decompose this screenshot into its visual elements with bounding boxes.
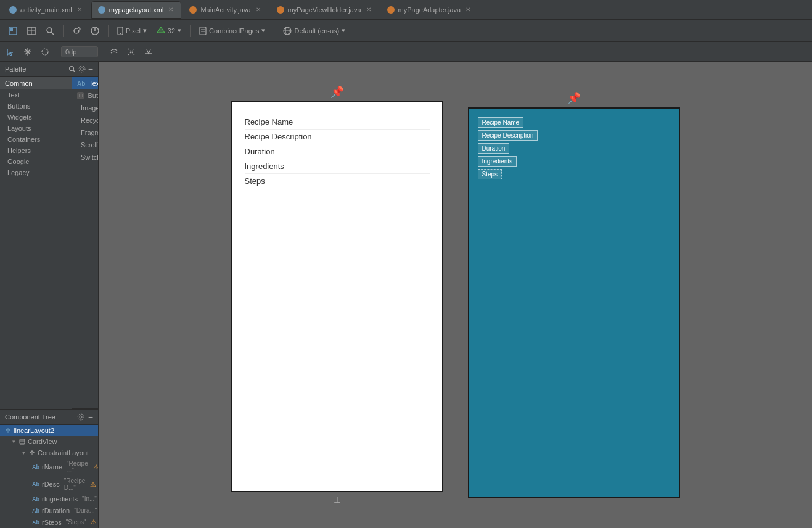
error-icon: [91, 27, 99, 35]
left-phone-screen: Recipe Name Recipe Description Duration …: [232, 102, 442, 491]
tree-item-ringredients[interactable]: Ab rIngredients "In..." ⚠: [0, 493, 98, 505]
palette-collapse-btn[interactable]: −: [88, 64, 93, 74]
tab-label-mypageadapter: myPageAdapter.java: [398, 6, 461, 14]
tree-item-rdesc[interactable]: Ab rDesc "Recipe D..." ⚠: [0, 476, 98, 493]
component-recyclerview[interactable]: RecyclerView: [72, 114, 98, 126]
blueprint-mode-btn[interactable]: [23, 25, 39, 37]
tab-mypageadapter[interactable]: myPageAdapter.java ✕: [380, 1, 479, 19]
tree-settings-btn[interactable]: [77, 412, 84, 422]
right-recipe-duration: Duration: [478, 143, 670, 156]
palette-cat-legacy[interactable]: Legacy: [0, 167, 72, 178]
tree-item-cardview[interactable]: ▾ CardView: [0, 436, 98, 447]
component-imageview[interactable]: ImageView: [72, 102, 98, 114]
palette-cat-google[interactable]: Google: [0, 156, 72, 167]
margin-input[interactable]: [61, 46, 98, 57]
tree-item-constraintlayout[interactable]: ▾ ConstraintLayout: [0, 447, 98, 458]
palette-minus-icon: −: [88, 64, 93, 74]
svg-point-19: [42, 49, 48, 55]
component-button[interactable]: □ Button: [72, 89, 98, 102]
right-recipe-name: Recipe Name: [478, 117, 670, 130]
tab-close-mypageadapter[interactable]: ✕: [464, 6, 472, 14]
select-icon: [6, 47, 15, 56]
baseline-btn[interactable]: [141, 46, 157, 58]
rdesc-ab-icon: Ab: [32, 481, 39, 487]
palette-cat-buttons[interactable]: Buttons: [0, 101, 72, 112]
baseline-icon: [144, 47, 153, 56]
svg-rect-1: [10, 28, 13, 31]
left-pin-icon: 📌: [330, 85, 344, 99]
rname-ab-icon: Ab: [32, 464, 39, 470]
palette-search-btn[interactable]: [68, 64, 76, 74]
pan-btn[interactable]: [20, 46, 36, 58]
left-recipe-card: Recipe Name Recipe Description Duration …: [239, 109, 436, 194]
linearlayout-label: linearLayout2: [14, 427, 54, 434]
tab-close-mypageviewholder[interactable]: ✕: [365, 6, 372, 14]
design-mode-btn[interactable]: [5, 25, 21, 37]
linearlayout-icon: [5, 427, 11, 434]
sep4: [274, 25, 274, 37]
tree-item-rsteps[interactable]: Ab rSteps "Steps" ⚠: [0, 516, 98, 528]
component-fragmentcon[interactable]: FragmentCon...: [72, 126, 98, 139]
palette-cat-layouts[interactable]: Layouts: [0, 123, 72, 134]
tab-bar: activity_main.xml ✕ mypagelayout.xml ✕ M…: [0, 0, 812, 20]
device-chevron: ▾: [143, 27, 147, 35]
design-icon: [9, 27, 17, 35]
tree-item-rname[interactable]: Ab rName "Recipe ..." ⚠: [0, 458, 98, 476]
tab-label-mypagelayout: mypagelayout.xml: [109, 6, 164, 14]
rname-warning-icon: ⚠: [93, 463, 99, 471]
palette-settings-btn[interactable]: [78, 64, 86, 74]
right-device-frame: Recipe Name Recipe Description Duration …: [468, 107, 680, 498]
rsteps-ab-icon: Ab: [32, 519, 39, 526]
rsteps-warning-icon: ⚠: [91, 518, 97, 526]
zoom-btn[interactable]: [42, 25, 58, 37]
rdesc-warning-icon: ⚠: [90, 481, 96, 489]
palette-cat-widgets[interactable]: Widgets: [0, 112, 72, 123]
left-resize-icon[interactable]: ⊥: [334, 495, 341, 505]
right-device-container: 📌 Recipe Name Recipe Description Duratio…: [468, 91, 680, 498]
component-textview[interactable]: Ab TextView: [72, 77, 98, 89]
imageview-label: ImageView: [81, 104, 98, 112]
right-duration-box: Duration: [478, 143, 510, 154]
svg-marker-12: [157, 27, 165, 33]
tree-collapse-btn[interactable]: −: [88, 412, 93, 422]
device-btn[interactable]: Pixel ▾: [113, 25, 150, 37]
select-btn[interactable]: [2, 46, 18, 58]
svg-point-5: [47, 28, 52, 33]
cardview-chevron: ▾: [12, 439, 15, 445]
zoom-icon: [46, 27, 54, 35]
combined-pages-btn[interactable]: CombinedPages ▾: [195, 25, 269, 37]
recipe-steps-item: Steps: [245, 174, 430, 188]
palette-settings-icon: [78, 65, 86, 73]
api-btn[interactable]: 32 ▾: [153, 25, 185, 37]
palette-cat-common[interactable]: Common: [0, 77, 72, 89]
tab-mypageviewholder[interactable]: myPageViewHolder.java ✕: [270, 1, 379, 19]
sep1: [63, 25, 64, 37]
tab-mainactivity[interactable]: MainActivity.java ✕: [182, 1, 268, 19]
locale-btn[interactable]: Default (en-us) ▾: [279, 25, 349, 37]
svg-point-25: [81, 68, 83, 70]
refresh-btn[interactable]: [68, 25, 84, 37]
component-tree-panel: Component Tree −: [0, 409, 98, 528]
palette-cat-containers[interactable]: Containers: [0, 134, 72, 145]
guidelines-btn[interactable]: [123, 46, 139, 58]
tab-close-mypagelayout[interactable]: ✕: [167, 6, 174, 14]
tree-item-linearlayout[interactable]: linearLayout2: [0, 425, 98, 436]
combined-pages-chevron: ▾: [261, 27, 265, 35]
tab-label-mainactivity: MainActivity.java: [200, 6, 250, 14]
tab-activity-main[interactable]: activity_main.xml ✕: [2, 1, 90, 19]
tab-close-activity-main[interactable]: ✕: [76, 6, 83, 14]
tree-item-rduration[interactable]: Ab rDuration "Dura..." ⚠: [0, 505, 98, 516]
error-btn[interactable]: [87, 25, 103, 37]
constraint-icon: [29, 450, 35, 456]
right-steps-box: Steps: [478, 169, 502, 179]
rsteps-label: rSteps: [42, 519, 62, 526]
component-switch[interactable]: Switch: [72, 151, 98, 163]
palette-cat-text[interactable]: Text: [0, 89, 72, 101]
palette-cat-helpers[interactable]: Helpers: [0, 145, 72, 156]
sep5: [57, 46, 57, 58]
lasso-btn[interactable]: [37, 46, 53, 58]
tab-close-mainactivity[interactable]: ✕: [255, 6, 262, 14]
align-btn[interactable]: [106, 46, 122, 58]
component-scrollview[interactable]: ScrollView: [72, 139, 98, 151]
tab-mypagelayout[interactable]: mypagelayout.xml ✕: [91, 1, 182, 19]
